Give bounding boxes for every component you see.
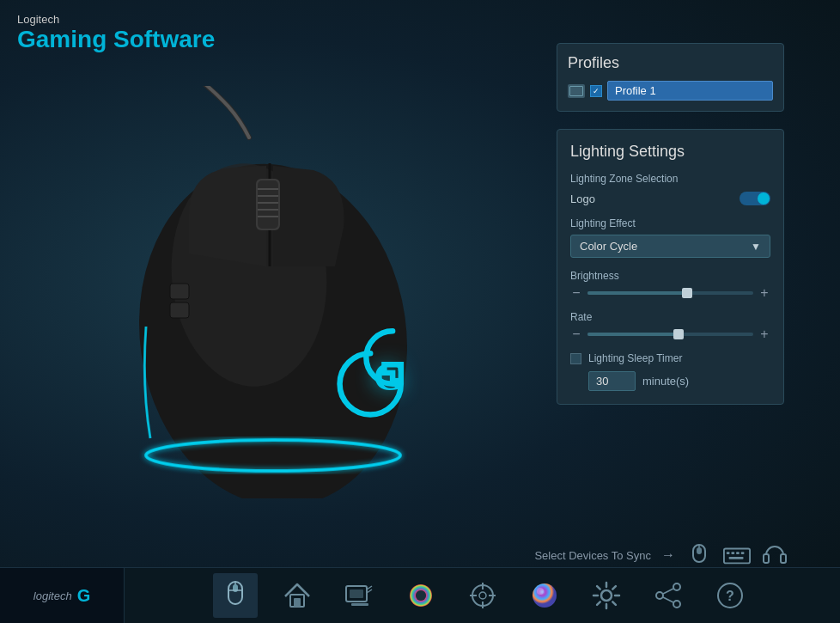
taskbar-share-icon xyxy=(652,579,685,612)
rate-control: − + xyxy=(570,327,770,342)
svg-rect-24 xyxy=(764,554,769,563)
svg-rect-33 xyxy=(350,589,363,598)
taskbar-spectrum-icon xyxy=(405,579,437,612)
svg-point-38 xyxy=(479,592,486,599)
taskbar-aurora-button[interactable] xyxy=(522,573,567,618)
sleep-timer-unit: minute(s) xyxy=(642,375,689,388)
taskbar-mouse-icon xyxy=(219,579,252,612)
svg-rect-21 xyxy=(736,552,740,554)
svg-line-50 xyxy=(663,597,673,602)
taskbar: logitech G xyxy=(0,567,840,623)
taskbar-home-button[interactable] xyxy=(275,573,320,618)
toggle-knob xyxy=(758,192,770,205)
svg-point-44 xyxy=(537,588,544,595)
sleep-timer-checkbox[interactable] xyxy=(570,353,581,364)
taskbar-mouse-button[interactable] xyxy=(213,573,258,618)
svg-line-49 xyxy=(663,589,673,594)
mouse-preview: G xyxy=(26,69,524,516)
profile-row: Profile 1 xyxy=(568,81,773,101)
taskbar-help-icon: ? xyxy=(714,579,746,612)
effect-dropdown[interactable]: Color Cycle ▼ xyxy=(570,235,770,258)
sync-keyboard-button[interactable] xyxy=(723,543,751,567)
taskbar-profile-button[interactable] xyxy=(337,573,381,618)
svg-point-45 xyxy=(601,590,612,601)
profile-file-icon xyxy=(568,84,585,98)
rate-label: Rate xyxy=(570,311,770,323)
svg-point-36 xyxy=(416,590,426,601)
rate-slider-row: Rate − + xyxy=(570,311,770,342)
brightness-increase-button[interactable]: + xyxy=(758,285,770,301)
brightness-label: Brightness xyxy=(570,270,770,282)
svg-rect-19 xyxy=(727,552,730,554)
rate-increase-button[interactable]: + xyxy=(758,327,770,342)
taskbar-crosshair-icon xyxy=(466,579,499,612)
sleep-timer-input[interactable] xyxy=(588,371,636,391)
profiles-title: Profiles xyxy=(568,54,773,72)
taskbar-help-button[interactable]: ? xyxy=(708,573,752,618)
svg-rect-18 xyxy=(724,548,750,563)
brightness-fill xyxy=(587,291,687,295)
svg-point-48 xyxy=(673,601,680,608)
logo-label: Logo xyxy=(570,192,595,205)
svg-point-43 xyxy=(533,583,557,608)
svg-rect-22 xyxy=(741,552,745,554)
svg-rect-20 xyxy=(731,552,734,554)
mouse-svg: G xyxy=(60,86,490,498)
svg-rect-34 xyxy=(351,603,368,606)
brand-logo-icon: G xyxy=(77,586,91,606)
taskbar-crosshair-button[interactable] xyxy=(460,573,505,618)
effect-value: Color Cycle xyxy=(580,240,637,253)
svg-rect-4 xyxy=(258,180,278,229)
svg-rect-25 xyxy=(781,554,786,563)
taskbar-share-button[interactable] xyxy=(646,573,691,618)
svg-rect-31 xyxy=(294,598,301,607)
brand-label: Logitech xyxy=(17,13,215,26)
brightness-track[interactable] xyxy=(587,291,753,295)
taskbar-profile-icon xyxy=(343,579,375,612)
taskbar-spectrum-button[interactable] xyxy=(399,573,443,618)
profile-checkbox[interactable] xyxy=(590,85,602,97)
lighting-panel: Lighting Settings Lighting Zone Selectio… xyxy=(557,129,784,405)
brightness-decrease-button[interactable]: − xyxy=(570,285,582,301)
app-header: Logitech Gaming Software xyxy=(17,13,215,53)
sleep-timer-label: Lighting Sleep Timer xyxy=(588,352,682,364)
sync-headset-button[interactable] xyxy=(761,543,788,567)
lighting-title: Lighting Settings xyxy=(570,143,770,161)
brightness-slider-row: Brightness − + xyxy=(570,270,770,301)
svg-point-46 xyxy=(673,583,680,590)
chevron-down-icon: ▼ xyxy=(751,241,761,253)
profile-name[interactable]: Profile 1 xyxy=(607,81,773,101)
taskbar-items: ? xyxy=(125,573,840,618)
taskbar-home-icon xyxy=(281,579,313,612)
brightness-thumb[interactable] xyxy=(682,288,692,298)
zone-selection-label: Lighting Zone Selection xyxy=(570,173,770,185)
app-title: Gaming Software xyxy=(17,26,215,53)
taskbar-aurora-icon xyxy=(528,579,561,612)
profiles-panel: Profiles Profile 1 xyxy=(557,43,784,112)
sync-text: Select Devices To Sync xyxy=(534,549,651,562)
mouse-sync-icon xyxy=(686,544,712,566)
sync-mouse-button[interactable] xyxy=(685,543,713,567)
rate-thumb[interactable] xyxy=(673,329,684,339)
logo-toggle[interactable] xyxy=(740,192,770,205)
logo-zone-row: Logo xyxy=(570,192,770,205)
keyboard-sync-icon xyxy=(723,544,751,566)
svg-text:G: G xyxy=(374,354,405,399)
sleep-timer-input-row: minute(s) xyxy=(588,371,770,391)
sync-arrow-icon: → xyxy=(661,547,675,563)
sleep-timer-row: Lighting Sleep Timer xyxy=(570,352,770,364)
brand-area: logitech G xyxy=(0,568,125,624)
headset-sync-icon xyxy=(762,543,788,567)
brightness-control: − + xyxy=(570,285,770,301)
svg-rect-11 xyxy=(170,302,189,318)
taskbar-settings-button[interactable] xyxy=(584,573,629,618)
svg-rect-23 xyxy=(729,557,744,559)
brand-text: logitech xyxy=(33,589,72,602)
rate-decrease-button[interactable]: − xyxy=(570,327,582,342)
rate-track[interactable] xyxy=(587,333,753,336)
svg-point-47 xyxy=(656,592,663,599)
svg-rect-10 xyxy=(170,284,189,299)
effect-label: Lighting Effect xyxy=(570,217,770,229)
sync-bar: Select Devices To Sync → xyxy=(534,543,788,567)
svg-text:?: ? xyxy=(726,589,734,603)
